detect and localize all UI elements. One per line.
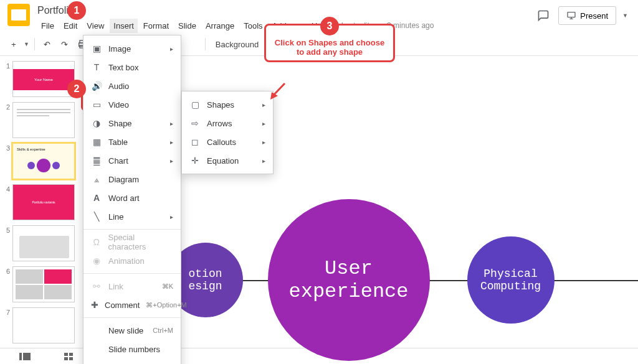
menu-item-line[interactable]: ╲Line▸ xyxy=(83,207,181,226)
submenu-item-arrows[interactable]: ⇨Arrows▸ xyxy=(182,114,273,133)
menu-slide[interactable]: Slide xyxy=(174,19,200,33)
insert-menu-dropdown: ▣Image▸ TText box 🔊Audio ▭Video ◑Shape▸ … xyxy=(83,35,181,364)
annotation-badge-1: 1 xyxy=(67,1,86,20)
circle-user-experience[interactable]: Userexperience xyxy=(268,199,430,361)
menu-item-chart[interactable]: ䷀Chart▸ xyxy=(83,151,181,170)
grid-view-button[interactable] xyxy=(62,352,75,362)
svg-rect-10 xyxy=(19,353,22,360)
table-icon: ▦ xyxy=(91,137,102,147)
thumb-number: 3 xyxy=(4,143,12,152)
slide-thumbnail[interactable] xyxy=(12,266,75,302)
submenu-item-equation[interactable]: ✛Equation▸ xyxy=(182,151,273,170)
diagram-icon: ⟁ xyxy=(91,174,102,184)
thumb-number: 6 xyxy=(4,266,12,275)
thumb-number: 4 xyxy=(4,184,12,193)
svg-rect-14 xyxy=(64,357,68,360)
grid-icon xyxy=(64,353,73,360)
menu-item-comment[interactable]: ✚Comment⌘+Option+M xyxy=(83,296,181,314)
new-slide-caret[interactable]: ▼ xyxy=(24,41,29,47)
audio-icon: 🔊 xyxy=(91,81,102,91)
callouts-icon: ◻ xyxy=(189,137,201,147)
comment-icon xyxy=(537,9,550,22)
menu-insert[interactable]: Insert xyxy=(110,19,138,33)
circle-physical-computing[interactable]: PhysicalComputing xyxy=(467,236,555,324)
arrows-icon: ⇨ xyxy=(189,118,201,128)
svg-rect-13 xyxy=(69,353,73,356)
menu-file[interactable]: File xyxy=(37,19,58,33)
filmstrip-view-button[interactable] xyxy=(19,352,31,362)
present-dropdown-caret[interactable]: ▼ xyxy=(622,12,628,19)
thumb-number: 7 xyxy=(4,307,12,316)
background-button[interactable]: Background xyxy=(211,40,264,49)
menu-item-new-slide[interactable]: New slideCtrl+M xyxy=(83,321,181,340)
slide-thumbnail[interactable] xyxy=(12,307,75,343)
slide-thumbnail[interactable] xyxy=(12,102,75,138)
undo-button[interactable]: ↶ xyxy=(40,35,55,53)
slides-logo[interactable] xyxy=(7,4,30,26)
video-icon: ▭ xyxy=(91,100,102,110)
new-slide-button[interactable]: + xyxy=(6,35,21,53)
omega-icon: Ω xyxy=(91,237,102,247)
chart-icon: ䷀ xyxy=(91,156,102,166)
menu-item-special-chars: ΩSpecial characters xyxy=(83,233,181,251)
present-button[interactable]: Present xyxy=(558,6,616,25)
menu-arrange[interactable]: Arrange xyxy=(202,19,238,33)
menu-item-textbox[interactable]: TText box xyxy=(83,58,181,77)
filmstrip-icon xyxy=(19,353,31,360)
slide-thumbnails-panel: 1 Your Name 2 3 Skills & expertise 4 Por… xyxy=(0,56,84,358)
shape-icon: ◑ xyxy=(91,118,102,128)
line-icon: ╲ xyxy=(91,212,102,222)
submenu-item-shapes[interactable]: ▢Shapes▸ xyxy=(182,95,273,114)
slide-thumbnail[interactable] xyxy=(12,225,75,261)
document-title[interactable]: Portfolio xyxy=(37,4,532,17)
thumb-number: 1 xyxy=(4,61,12,70)
slide-thumbnail[interactable]: Skills & expertise xyxy=(12,143,75,179)
menu-item-wordart[interactable]: AWord art xyxy=(83,189,181,207)
comment-icon: ✚ xyxy=(91,300,98,310)
annotation-callout-3: 3 Click on Shapes and choose to add any … xyxy=(264,24,395,62)
thumb-number: 5 xyxy=(4,225,12,234)
equation-icon: ✛ xyxy=(189,156,201,166)
animation-icon: ◉ xyxy=(91,256,102,266)
menu-item-table[interactable]: ▦Table▸ xyxy=(83,133,181,151)
submenu-item-callouts[interactable]: ◻Callouts▸ xyxy=(182,133,273,151)
present-icon xyxy=(566,11,576,21)
present-label: Present xyxy=(580,11,608,21)
shapes-icon: ▢ xyxy=(189,100,201,110)
menu-item-slide-numbers[interactable]: Slide numbers xyxy=(83,340,181,358)
menu-item-diagram[interactable]: ⟁Diagram xyxy=(83,170,181,189)
annotation-badge-2: 2 xyxy=(67,80,86,98)
textbox-icon: T xyxy=(91,62,102,72)
image-icon: ▣ xyxy=(91,44,102,54)
svg-rect-15 xyxy=(69,357,73,360)
menu-item-animation: ◉Animation xyxy=(83,251,181,270)
menu-item-placeholder: Placeholder▸ xyxy=(83,358,181,364)
menu-format[interactable]: Format xyxy=(140,19,173,33)
redo-button[interactable]: ↷ xyxy=(57,35,72,53)
link-icon: ⚯ xyxy=(91,281,102,291)
annotation-arrow xyxy=(269,82,288,101)
svg-rect-12 xyxy=(64,353,68,356)
slide-thumbnail[interactable]: Portfolio variants xyxy=(12,184,75,220)
menu-item-image[interactable]: ▣Image▸ xyxy=(83,39,181,58)
wordart-icon: A xyxy=(91,193,102,203)
comments-button[interactable] xyxy=(535,7,552,24)
svg-rect-0 xyxy=(568,12,575,17)
menu-item-video[interactable]: ▭Video xyxy=(83,95,181,114)
menu-item-shape[interactable]: ◑Shape▸ xyxy=(83,114,181,133)
thumb-number: 2 xyxy=(4,102,12,111)
menu-edit[interactable]: Edit xyxy=(60,19,81,33)
menu-view[interactable]: View xyxy=(83,19,108,33)
shape-submenu-dropdown: ▢Shapes▸ ⇨Arrows▸ ◻Callouts▸ ✛Equation▸ xyxy=(181,91,274,174)
menu-item-audio[interactable]: 🔊Audio xyxy=(83,77,181,95)
menu-item-link: ⚯Link⌘K xyxy=(83,277,181,296)
menu-tools[interactable]: Tools xyxy=(240,19,266,33)
slide-thumbnail[interactable]: Your Name xyxy=(12,61,75,97)
svg-rect-11 xyxy=(23,353,31,360)
